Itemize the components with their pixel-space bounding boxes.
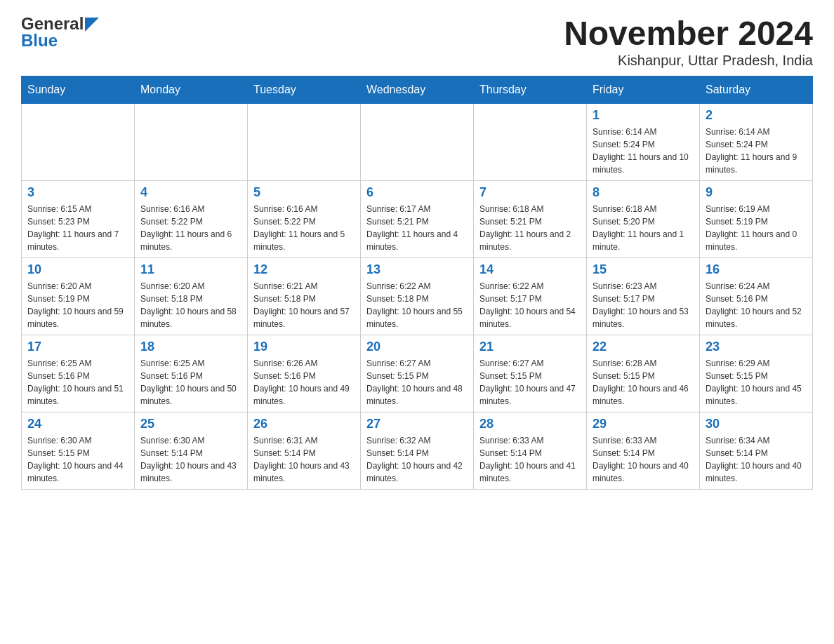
day-number: 4 bbox=[140, 185, 241, 200]
day-info: Sunrise: 6:28 AM Sunset: 5:15 PM Dayligh… bbox=[593, 357, 694, 408]
day-number: 1 bbox=[593, 108, 694, 123]
page-header: General Blue November 2024 Kishanpur, Ut… bbox=[21, 14, 813, 69]
day-number: 3 bbox=[27, 185, 128, 200]
day-info: Sunrise: 6:21 AM Sunset: 5:18 PM Dayligh… bbox=[253, 280, 355, 330]
day-info: Sunrise: 6:29 AM Sunset: 5:15 PM Dayligh… bbox=[706, 357, 807, 408]
day-number: 6 bbox=[366, 185, 468, 200]
day-info: Sunrise: 6:20 AM Sunset: 5:19 PM Dayligh… bbox=[27, 280, 128, 330]
day-info: Sunrise: 6:18 AM Sunset: 5:21 PM Dayligh… bbox=[479, 203, 581, 253]
calendar-cell: 19Sunrise: 6:26 AM Sunset: 5:16 PM Dayli… bbox=[248, 335, 361, 412]
location-text: Kishanpur, Uttar Pradesh, India bbox=[564, 53, 813, 69]
day-number: 10 bbox=[27, 262, 128, 277]
calendar-week-3: 10Sunrise: 6:20 AM Sunset: 5:19 PM Dayli… bbox=[22, 258, 813, 335]
day-info: Sunrise: 6:22 AM Sunset: 5:17 PM Dayligh… bbox=[479, 280, 581, 330]
calendar-header-thursday: Thursday bbox=[474, 76, 587, 104]
day-info: Sunrise: 6:30 AM Sunset: 5:15 PM Dayligh… bbox=[27, 434, 128, 485]
day-number: 16 bbox=[706, 262, 807, 277]
day-number: 19 bbox=[253, 340, 355, 354]
calendar-header-saturday: Saturday bbox=[700, 76, 813, 104]
day-info: Sunrise: 6:19 AM Sunset: 5:19 PM Dayligh… bbox=[706, 203, 807, 253]
day-info: Sunrise: 6:30 AM Sunset: 5:14 PM Dayligh… bbox=[140, 434, 241, 485]
day-number: 7 bbox=[479, 185, 581, 200]
month-title: November 2024 bbox=[564, 14, 813, 53]
logo-arrow-icon bbox=[85, 18, 99, 32]
title-section: November 2024 Kishanpur, Uttar Pradesh, … bbox=[564, 14, 813, 69]
day-number: 9 bbox=[706, 185, 807, 200]
calendar-cell: 22Sunrise: 6:28 AM Sunset: 5:15 PM Dayli… bbox=[587, 335, 700, 412]
calendar-cell: 15Sunrise: 6:23 AM Sunset: 5:17 PM Dayli… bbox=[587, 258, 700, 335]
calendar-cell: 28Sunrise: 6:33 AM Sunset: 5:14 PM Dayli… bbox=[474, 412, 587, 490]
calendar-header-row: SundayMondayTuesdayWednesdayThursdayFrid… bbox=[22, 76, 813, 104]
day-info: Sunrise: 6:23 AM Sunset: 5:17 PM Dayligh… bbox=[593, 280, 694, 330]
day-info: Sunrise: 6:20 AM Sunset: 5:18 PM Dayligh… bbox=[140, 280, 241, 330]
calendar-cell: 10Sunrise: 6:20 AM Sunset: 5:19 PM Dayli… bbox=[22, 258, 135, 335]
calendar-cell: 12Sunrise: 6:21 AM Sunset: 5:18 PM Dayli… bbox=[248, 258, 361, 335]
calendar-table: SundayMondayTuesdayWednesdayThursdayFrid… bbox=[21, 76, 813, 490]
day-number: 23 bbox=[706, 340, 807, 354]
day-number: 28 bbox=[479, 417, 581, 431]
day-info: Sunrise: 6:26 AM Sunset: 5:16 PM Dayligh… bbox=[253, 357, 355, 408]
day-info: Sunrise: 6:24 AM Sunset: 5:16 PM Dayligh… bbox=[706, 280, 807, 330]
day-number: 2 bbox=[706, 108, 807, 123]
day-info: Sunrise: 6:25 AM Sunset: 5:16 PM Dayligh… bbox=[140, 357, 241, 408]
logo-blue-text: Blue bbox=[21, 31, 58, 51]
calendar-cell: 30Sunrise: 6:34 AM Sunset: 5:14 PM Dayli… bbox=[700, 412, 813, 490]
day-number: 27 bbox=[366, 417, 468, 431]
calendar-cell: 11Sunrise: 6:20 AM Sunset: 5:18 PM Dayli… bbox=[135, 258, 248, 335]
calendar-week-2: 3Sunrise: 6:15 AM Sunset: 5:23 PM Daylig… bbox=[22, 181, 813, 258]
day-number: 30 bbox=[706, 417, 807, 431]
day-number: 24 bbox=[27, 417, 128, 431]
calendar-cell bbox=[361, 104, 474, 181]
day-info: Sunrise: 6:33 AM Sunset: 5:14 PM Dayligh… bbox=[593, 434, 694, 485]
calendar-cell bbox=[135, 104, 248, 181]
day-number: 5 bbox=[253, 185, 355, 200]
calendar-cell: 5Sunrise: 6:16 AM Sunset: 5:22 PM Daylig… bbox=[248, 181, 361, 258]
calendar-cell: 9Sunrise: 6:19 AM Sunset: 5:19 PM Daylig… bbox=[700, 181, 813, 258]
day-number: 18 bbox=[140, 340, 241, 354]
day-info: Sunrise: 6:14 AM Sunset: 5:24 PM Dayligh… bbox=[706, 126, 807, 176]
calendar-cell: 7Sunrise: 6:18 AM Sunset: 5:21 PM Daylig… bbox=[474, 181, 587, 258]
day-info: Sunrise: 6:18 AM Sunset: 5:20 PM Dayligh… bbox=[593, 203, 694, 253]
day-number: 14 bbox=[479, 262, 581, 277]
calendar-cell: 8Sunrise: 6:18 AM Sunset: 5:20 PM Daylig… bbox=[587, 181, 700, 258]
calendar-cell bbox=[474, 104, 587, 181]
day-number: 13 bbox=[366, 262, 468, 277]
calendar-cell: 13Sunrise: 6:22 AM Sunset: 5:18 PM Dayli… bbox=[361, 258, 474, 335]
calendar-cell: 16Sunrise: 6:24 AM Sunset: 5:16 PM Dayli… bbox=[700, 258, 813, 335]
day-number: 25 bbox=[140, 417, 241, 431]
calendar-cell: 2Sunrise: 6:14 AM Sunset: 5:24 PM Daylig… bbox=[700, 104, 813, 181]
day-info: Sunrise: 6:31 AM Sunset: 5:14 PM Dayligh… bbox=[253, 434, 355, 485]
calendar-cell: 27Sunrise: 6:32 AM Sunset: 5:14 PM Dayli… bbox=[361, 412, 474, 490]
calendar-header-sunday: Sunday bbox=[22, 76, 135, 104]
day-number: 8 bbox=[593, 185, 694, 200]
day-info: Sunrise: 6:16 AM Sunset: 5:22 PM Dayligh… bbox=[140, 203, 241, 253]
calendar-cell: 18Sunrise: 6:25 AM Sunset: 5:16 PM Dayli… bbox=[135, 335, 248, 412]
calendar-week-4: 17Sunrise: 6:25 AM Sunset: 5:16 PM Dayli… bbox=[22, 335, 813, 412]
calendar-cell: 4Sunrise: 6:16 AM Sunset: 5:22 PM Daylig… bbox=[135, 181, 248, 258]
calendar-cell: 1Sunrise: 6:14 AM Sunset: 5:24 PM Daylig… bbox=[587, 104, 700, 181]
calendar-cell: 23Sunrise: 6:29 AM Sunset: 5:15 PM Dayli… bbox=[700, 335, 813, 412]
day-info: Sunrise: 6:17 AM Sunset: 5:21 PM Dayligh… bbox=[366, 203, 468, 253]
day-info: Sunrise: 6:27 AM Sunset: 5:15 PM Dayligh… bbox=[366, 357, 468, 408]
day-number: 29 bbox=[593, 417, 694, 431]
day-number: 22 bbox=[593, 340, 694, 354]
calendar-cell: 17Sunrise: 6:25 AM Sunset: 5:16 PM Dayli… bbox=[22, 335, 135, 412]
calendar-cell: 24Sunrise: 6:30 AM Sunset: 5:15 PM Dayli… bbox=[22, 412, 135, 490]
calendar-header-friday: Friday bbox=[587, 76, 700, 104]
calendar-cell: 6Sunrise: 6:17 AM Sunset: 5:21 PM Daylig… bbox=[361, 181, 474, 258]
calendar-cell: 21Sunrise: 6:27 AM Sunset: 5:15 PM Dayli… bbox=[474, 335, 587, 412]
calendar-cell: 14Sunrise: 6:22 AM Sunset: 5:17 PM Dayli… bbox=[474, 258, 587, 335]
day-info: Sunrise: 6:27 AM Sunset: 5:15 PM Dayligh… bbox=[479, 357, 581, 408]
day-number: 20 bbox=[366, 340, 468, 354]
calendar-cell: 25Sunrise: 6:30 AM Sunset: 5:14 PM Dayli… bbox=[135, 412, 248, 490]
day-number: 15 bbox=[593, 262, 694, 277]
logo: General Blue bbox=[21, 14, 99, 51]
calendar-cell: 26Sunrise: 6:31 AM Sunset: 5:14 PM Dayli… bbox=[248, 412, 361, 490]
day-info: Sunrise: 6:16 AM Sunset: 5:22 PM Dayligh… bbox=[253, 203, 355, 253]
day-info: Sunrise: 6:25 AM Sunset: 5:16 PM Dayligh… bbox=[27, 357, 128, 408]
calendar-cell: 3Sunrise: 6:15 AM Sunset: 5:23 PM Daylig… bbox=[22, 181, 135, 258]
calendar-cell bbox=[248, 104, 361, 181]
calendar-cell: 20Sunrise: 6:27 AM Sunset: 5:15 PM Dayli… bbox=[361, 335, 474, 412]
day-number: 11 bbox=[140, 262, 241, 277]
svg-marker-0 bbox=[85, 18, 99, 32]
